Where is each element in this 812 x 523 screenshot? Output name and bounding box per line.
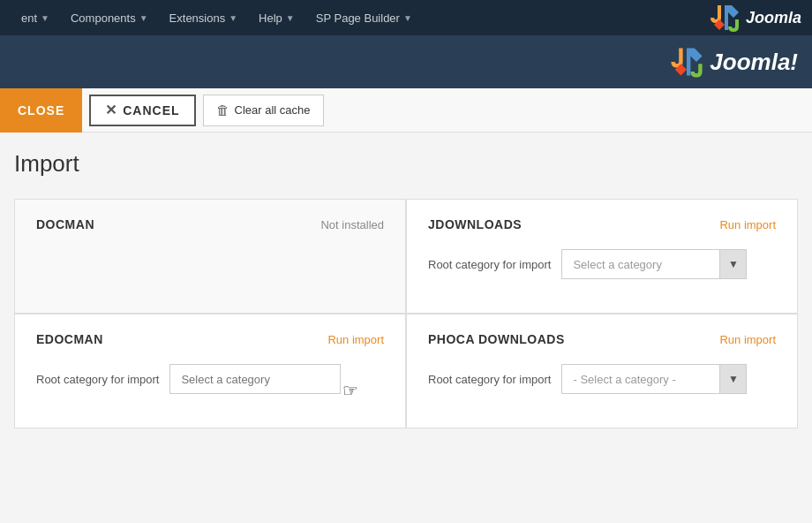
- joomla-logo-icon: [707, 0, 742, 35]
- joomla-brand: Joomla: [707, 0, 801, 35]
- nav-item-sp-page-builder[interactable]: SP Page Builder ▼: [305, 0, 423, 35]
- nav-arrow-components: ▼: [139, 13, 148, 23]
- edocman-form-row: Root category for import ☞: [36, 364, 384, 394]
- nav-arrow-sp: ▼: [403, 13, 412, 23]
- navbar-left: ent ▼ Components ▼ Extensions ▼ Help ▼ S…: [11, 0, 423, 35]
- nav-item-components[interactable]: Components ▼: [60, 0, 159, 35]
- cancel-label: CANCEL: [123, 103, 179, 117]
- joomla-brand-icon: [667, 42, 706, 81]
- phoca-title: PHOCA DOWNLOADS: [428, 332, 565, 346]
- docman-status: Not installed: [320, 218, 384, 231]
- jdownloads-category-select[interactable]: Select a category: [561, 249, 720, 279]
- jdownloads-run-import-link[interactable]: Run import: [719, 218, 776, 231]
- docman-title: Docman: [36, 217, 94, 231]
- jdownloads-form-row: Root category for import Select a catego…: [428, 249, 776, 279]
- nav-label-extensions: Extensions: [169, 11, 226, 25]
- cancel-x-icon: ✕: [105, 102, 117, 118]
- nav-item-extensions[interactable]: Extensions ▼: [159, 0, 249, 35]
- edocman-select-wrapper: ☞: [169, 364, 341, 394]
- toolbar: CLOSE ✕ CANCEL 🗑 Clear all cache: [0, 88, 812, 133]
- edocman-form-label: Root category for import: [36, 373, 159, 386]
- import-grid: Docman Not installed JDOWNLOADS Run impo…: [14, 199, 798, 428]
- nav-arrow-help: ▼: [286, 13, 295, 23]
- phoca-form-label: Root category for import: [428, 373, 551, 386]
- page-title: Import: [14, 150, 798, 178]
- edocman-run-import-link[interactable]: Run import: [327, 333, 384, 346]
- brand-bar: Joomla!: [0, 35, 812, 88]
- phoca-select-wrapper: - Select a category - ▼: [561, 364, 747, 394]
- import-section-jdownloads: JDOWNLOADS Run import Root category for …: [406, 199, 798, 314]
- cursor-hand-icon: ☞: [342, 380, 358, 401]
- edocman-category-input[interactable]: [169, 364, 341, 394]
- import-section-docman: Docman Not installed: [14, 199, 406, 314]
- clear-cache-button[interactable]: 🗑 Clear all cache: [203, 95, 324, 126]
- edocman-header: EDOCMAN Run import: [36, 332, 384, 346]
- nav-item-content[interactable]: ent ▼: [11, 0, 60, 35]
- cancel-button[interactable]: ✕ CANCEL: [89, 95, 195, 126]
- nav-label-help: Help: [259, 11, 282, 25]
- jdownloads-form-label: Root category for import: [428, 258, 551, 271]
- nav-label-components: Components: [71, 11, 136, 25]
- phoca-category-select[interactable]: - Select a category -: [561, 364, 720, 394]
- nav-label-content: ent: [21, 11, 37, 25]
- phoca-form-row: Root category for import - Select a cate…: [428, 364, 776, 394]
- navbar: ent ▼ Components ▼ Extensions ▼ Help ▼ S…: [0, 0, 812, 35]
- phoca-header: PHOCA DOWNLOADS Run import: [428, 332, 776, 346]
- jdownloads-title: JDOWNLOADS: [428, 217, 522, 231]
- import-section-phoca: PHOCA DOWNLOADS Run import Root category…: [406, 314, 798, 428]
- docman-header: Docman Not installed: [36, 217, 384, 231]
- joomla-text: Joomla: [746, 9, 801, 27]
- phoca-select-arrow[interactable]: ▼: [720, 364, 747, 394]
- import-section-edocman: EDOCMAN Run import Root category for imp…: [14, 314, 406, 428]
- clear-cache-label: Clear all cache: [235, 103, 311, 117]
- main-content: Import Docman Not installed JDOWNLOADS R…: [0, 133, 812, 446]
- nav-label-sp: SP Page Builder: [316, 11, 400, 25]
- navbar-right: Joomla: [707, 0, 801, 35]
- phoca-run-import-link[interactable]: Run import: [719, 333, 776, 346]
- jdownloads-select-arrow[interactable]: ▼: [720, 249, 747, 279]
- trash-icon: 🗑: [216, 102, 229, 117]
- edocman-title: EDOCMAN: [36, 332, 103, 346]
- brand-joomla-text: Joomla!: [710, 49, 798, 76]
- jdownloads-header: JDOWNLOADS Run import: [428, 217, 776, 231]
- nav-arrow-content: ▼: [41, 13, 49, 23]
- nav-item-help[interactable]: Help ▼: [248, 0, 305, 35]
- jdownloads-select-wrapper: Select a category ▼: [561, 249, 747, 279]
- nav-arrow-extensions: ▼: [229, 13, 237, 23]
- close-button[interactable]: CLOSE: [0, 88, 82, 133]
- brand-logo-large: Joomla!: [667, 42, 798, 81]
